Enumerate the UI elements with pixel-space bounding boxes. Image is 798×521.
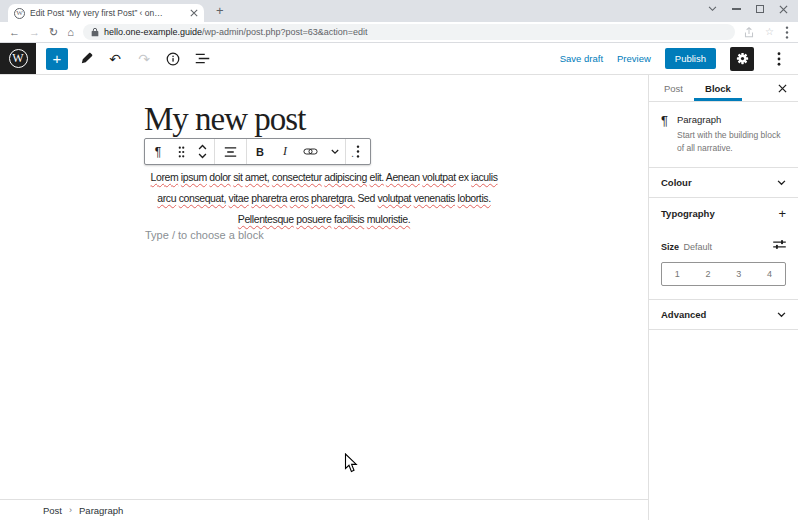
size-option-3[interactable]: 3 xyxy=(724,263,755,285)
breadcrumb: Post › Paragraph xyxy=(0,499,648,520)
publish-button[interactable]: Publish xyxy=(665,48,716,69)
drag-handle-icon xyxy=(178,146,185,158)
word: dolor xyxy=(209,171,230,183)
block-name: Paragraph xyxy=(677,114,786,125)
more-options-icon xyxy=(356,145,360,158)
block-type-button[interactable]: ¶ xyxy=(145,139,171,164)
undo-button[interactable]: ↶ xyxy=(104,48,126,70)
word: pharetra xyxy=(251,192,287,204)
gear-icon xyxy=(735,51,750,66)
tab-block[interactable]: Block xyxy=(694,75,742,101)
reload-icon[interactable]: ↻ xyxy=(49,27,58,38)
word: vitae xyxy=(229,192,249,204)
browser-menu-icon[interactable] xyxy=(785,26,789,39)
tab-post[interactable]: Post xyxy=(653,75,694,101)
chevron-down-icon xyxy=(777,312,786,318)
word: iaculis xyxy=(471,171,497,183)
word: pharetgra. xyxy=(311,192,355,204)
settings-sidebar: Post Block ¶ Paragraph Start with the bu… xyxy=(648,75,798,520)
word: arcu xyxy=(157,192,176,204)
block-options-button[interactable] xyxy=(346,139,370,164)
word: ex xyxy=(458,171,468,183)
size-option-4[interactable]: 4 xyxy=(754,263,785,285)
save-draft-button[interactable]: Save draft xyxy=(560,53,603,64)
word: venenatis xyxy=(414,192,455,204)
word: Sed xyxy=(358,192,375,204)
align-button[interactable] xyxy=(215,139,246,164)
drag-handle[interactable] xyxy=(171,139,191,164)
typography-options-button[interactable]: + xyxy=(778,207,786,220)
new-tab-button[interactable]: + xyxy=(216,3,224,18)
italic-button[interactable]: I xyxy=(273,139,297,164)
size-segmented-control: 1234 xyxy=(661,262,786,286)
breadcrumb-post[interactable]: Post xyxy=(43,505,62,516)
word: muloristie. xyxy=(367,213,410,225)
redo-button[interactable]: ↷ xyxy=(133,48,155,70)
breadcrumb-paragraph[interactable]: Paragraph xyxy=(79,505,123,516)
paragraph-icon: ¶ xyxy=(661,113,668,155)
list-view-button[interactable] xyxy=(191,48,213,70)
settings-button[interactable] xyxy=(730,47,754,71)
close-sidebar-button[interactable] xyxy=(767,75,798,101)
panel-colour[interactable]: Colour xyxy=(649,168,798,198)
panel-advanced-label: Advanced xyxy=(661,309,706,320)
window-close-icon[interactable] xyxy=(779,5,788,14)
word: Lorem xyxy=(151,171,179,183)
block-mover-button[interactable] xyxy=(191,139,214,164)
size-label: Size xyxy=(661,242,679,252)
chevron-down-icon xyxy=(331,149,339,155)
breadcrumb-separator-icon: › xyxy=(69,505,72,515)
paragraph-line: Lorem ipsum dolor sit amet, consectetur … xyxy=(144,167,504,188)
preview-button[interactable]: Preview xyxy=(617,53,651,64)
block-appender[interactable]: Type / to choose a block xyxy=(145,229,264,241)
add-block-button[interactable]: + xyxy=(46,48,68,70)
link-icon xyxy=(303,144,318,159)
window-minimize-icon[interactable] xyxy=(732,8,741,10)
size-option-2[interactable]: 2 xyxy=(693,263,724,285)
size-settings-button[interactable] xyxy=(773,236,786,254)
url-text: hello.one-example.guide/wp-admin/post.ph… xyxy=(104,27,368,37)
text-artifact: . xyxy=(351,147,354,159)
tab-search-chevron-icon[interactable] xyxy=(708,6,717,12)
word: Aenean xyxy=(386,171,420,183)
options-menu-button[interactable] xyxy=(768,48,790,70)
details-button[interactable] xyxy=(162,48,184,70)
tab-close-icon[interactable] xyxy=(190,9,198,17)
wordpress-logo-button[interactable]: W xyxy=(0,43,36,74)
home-icon[interactable]: ⌂ xyxy=(67,27,74,38)
browser-tab[interactable]: W Edit Post “My very first Post” ‹ on… xyxy=(8,4,204,22)
word: volutpat xyxy=(378,192,412,204)
word: posuere xyxy=(296,213,331,225)
align-center-icon xyxy=(224,146,237,158)
block-description: Start with the building block of all nar… xyxy=(677,129,786,155)
word: amet, xyxy=(245,171,269,183)
word: consectetur xyxy=(272,171,322,183)
window-maximize-icon[interactable] xyxy=(756,5,764,13)
word: lobortis. xyxy=(458,192,491,204)
url-path: /wp-admin/post.php?post=63&action=edit xyxy=(202,27,368,37)
address-input[interactable]: hello.one-example.guide/wp-admin/post.ph… xyxy=(83,24,735,40)
link-button[interactable] xyxy=(297,139,324,164)
word: eros xyxy=(290,192,309,204)
paragraph-block[interactable]: Lorem ipsum dolor sit amet, consectetur … xyxy=(144,167,504,230)
forward-icon[interactable]: → xyxy=(29,27,40,38)
paragraph-line: Pellentesque posuere facilisis muloristi… xyxy=(144,209,504,230)
more-formatting-button[interactable] xyxy=(324,139,345,164)
editor-header: W + ↶ ↷ Save draft Preview Publish xyxy=(0,43,798,75)
size-row: Size Default xyxy=(649,229,798,257)
tab-title: Edit Post “My very first Post” ‹ on… xyxy=(30,8,185,18)
back-icon[interactable]: ← xyxy=(9,27,20,38)
panel-advanced[interactable]: Advanced xyxy=(649,299,798,330)
share-icon[interactable] xyxy=(744,27,754,38)
size-option-1[interactable]: 1 xyxy=(662,263,693,285)
word: ipsum xyxy=(181,171,207,183)
url-domain: hello.one-example.guide xyxy=(104,27,202,37)
bookmark-star-icon[interactable]: ☆ xyxy=(765,27,774,37)
word: elit. xyxy=(370,171,384,183)
move-up-down-icon xyxy=(197,143,208,160)
wordpress-logo-icon: W xyxy=(9,49,28,68)
bold-button[interactable]: B xyxy=(247,139,273,164)
tools-button[interactable] xyxy=(75,48,97,70)
info-icon xyxy=(166,52,180,66)
post-title-field[interactable]: My new post xyxy=(144,101,305,137)
